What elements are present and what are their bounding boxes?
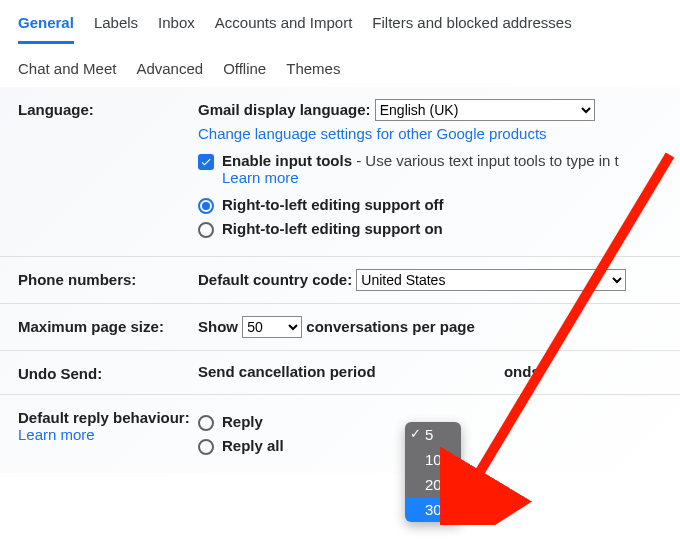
undo-label: Undo Send: (18, 363, 198, 382)
rtl-on-label: Right-to-left editing support on (222, 220, 443, 237)
tab-labels[interactable]: Labels (94, 10, 138, 44)
undo-option-20[interactable]: 20 (405, 472, 461, 497)
language-label: Language: (18, 99, 198, 118)
check-icon (200, 156, 212, 168)
reply-learn-more[interactable]: Learn more (18, 426, 198, 443)
undo-send-dropdown[interactable]: 5 10 20 30 (405, 422, 461, 522)
tab-general[interactable]: General (18, 10, 74, 44)
pagesize-show: Show (198, 318, 238, 335)
country-code-select[interactable]: United States (356, 269, 626, 291)
phone-label: Phone numbers: (18, 269, 198, 288)
enable-input-tools-checkbox[interactable] (198, 154, 214, 170)
undo-text-before: Send cancellation period (198, 363, 376, 380)
reply-label: Default reply behaviour: (18, 409, 198, 426)
tab-inbox[interactable]: Inbox (158, 10, 195, 44)
pagesize-label: Maximum page size: (18, 316, 198, 335)
settings-tabs-row2: Chat and Meet Advanced Offline Themes (0, 44, 680, 87)
tab-themes[interactable]: Themes (286, 56, 340, 77)
row-language: Language: Gmail display language: Englis… (0, 87, 680, 256)
tab-filters[interactable]: Filters and blocked addresses (372, 10, 571, 44)
display-language-select[interactable]: English (UK) (375, 99, 595, 121)
display-language-label: Gmail display language: (198, 101, 371, 118)
reply-all-option-label: Reply all (222, 437, 284, 454)
tab-offline[interactable]: Offline (223, 56, 266, 77)
country-code-label: Default country code: (198, 271, 352, 288)
rtl-off-label: Right-to-left editing support off (222, 196, 444, 213)
input-tools-learn-more[interactable]: Learn more (222, 169, 619, 186)
tab-advanced[interactable]: Advanced (136, 56, 203, 77)
undo-text-after: onds (504, 363, 540, 380)
change-language-link[interactable]: Change language settings for other Googl… (198, 125, 662, 142)
tab-accounts[interactable]: Accounts and Import (215, 10, 353, 44)
row-undo: Undo Send: Send cancellation period onds (0, 350, 680, 394)
pagesize-suffix: conversations per page (306, 318, 474, 335)
reply-all-radio[interactable] (198, 439, 214, 455)
row-pagesize: Maximum page size: Show 50 conversations… (0, 303, 680, 350)
tab-chat[interactable]: Chat and Meet (18, 56, 116, 77)
rtl-on-radio[interactable] (198, 222, 214, 238)
enable-input-tools-label: Enable input tools (222, 152, 352, 169)
row-reply: Default reply behaviour: Learn more Repl… (0, 394, 680, 473)
reply-radio[interactable] (198, 415, 214, 431)
row-phone: Phone numbers: Default country code: Uni… (0, 256, 680, 303)
settings-panel: Language: Gmail display language: Englis… (0, 87, 680, 473)
reply-option-label: Reply (222, 413, 263, 430)
undo-option-30[interactable]: 30 (405, 497, 461, 522)
settings-tabs-row1: General Labels Inbox Accounts and Import… (0, 0, 680, 44)
rtl-off-radio[interactable] (198, 198, 214, 214)
pagesize-select[interactable]: 50 (242, 316, 302, 338)
enable-input-tools-desc: - Use various text input tools to type i… (352, 152, 619, 169)
undo-option-5[interactable]: 5 (405, 422, 461, 447)
undo-option-10[interactable]: 10 (405, 447, 461, 472)
